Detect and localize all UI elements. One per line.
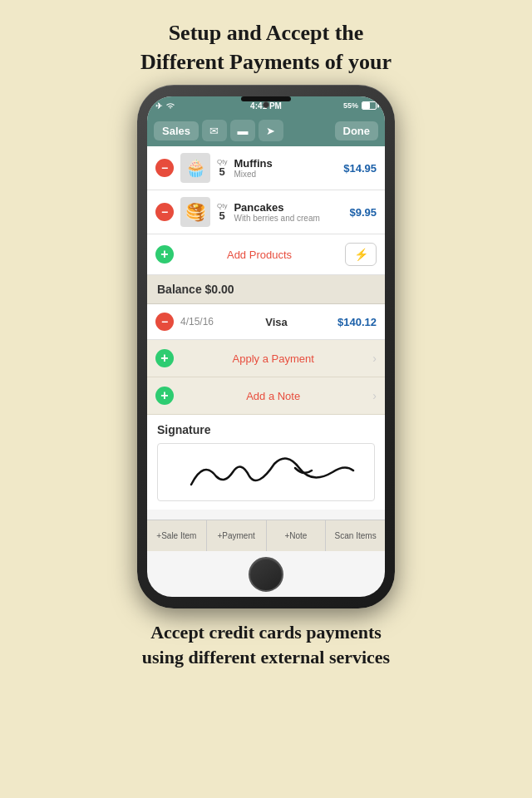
bottom-line1: Accept credit cards payments xyxy=(150,622,382,643)
muffins-qty: 5 xyxy=(219,165,225,178)
pancakes-name: Pancakes xyxy=(234,201,342,214)
add-note-row[interactable]: + Add a Note › xyxy=(147,377,385,415)
note-toolbar-button[interactable]: +Note xyxy=(267,520,327,551)
lightning-button[interactable]: ⚡ xyxy=(345,243,377,266)
top-line2: Different Payments of your xyxy=(140,50,392,74)
sales-button[interactable]: Sales xyxy=(154,121,199,140)
add-payment-button[interactable]: + xyxy=(155,349,174,367)
pancakes-qty-block: Qty 5 xyxy=(217,202,227,222)
card-nav-button[interactable]: ▬ xyxy=(230,120,255,141)
arrow-nav-button[interactable]: ➤ xyxy=(259,120,283,141)
payment-row: − 4/15/16 Visa $140.12 xyxy=(147,304,385,340)
product-row-muffins: − 🧁 Qty 5 Muffins Mixed $14.95 xyxy=(147,146,385,190)
remove-payment-button[interactable]: − xyxy=(155,313,174,331)
payment-date: 4/15/16 xyxy=(180,316,215,328)
signature-label: Signature xyxy=(157,423,375,436)
payment-toolbar-button[interactable]: +Payment xyxy=(207,520,267,551)
scan-items-toolbar-button[interactable]: Scan Items xyxy=(326,520,385,551)
home-button-area xyxy=(147,551,385,597)
bottom-line2: using different external services xyxy=(142,647,390,667)
done-button[interactable]: Done xyxy=(335,121,379,140)
add-note-label: Add a Note xyxy=(180,390,366,402)
sale-item-toolbar-button[interactable]: +Sale Item xyxy=(147,520,207,551)
status-left: ✈ xyxy=(155,101,175,111)
lightning-icon: ⚡ xyxy=(354,248,368,261)
add-note-button[interactable]: + xyxy=(155,387,174,405)
home-button[interactable] xyxy=(249,557,283,592)
signature-area[interactable] xyxy=(157,443,375,501)
pancakes-qty: 5 xyxy=(219,209,225,222)
pancakes-price: $9.95 xyxy=(349,206,377,219)
scroll-content: − 🧁 Qty 5 Muffins Mixed $14.95 − 🥞 xyxy=(147,146,385,520)
signature-section: Signature xyxy=(147,415,385,510)
camera-dot xyxy=(263,101,269,108)
battery-fill xyxy=(362,102,370,109)
status-right: 55% xyxy=(343,101,377,110)
airplane-icon: ✈ xyxy=(155,101,162,111)
nav-bar: Sales ✉ ▬ ➤ Done xyxy=(147,115,385,146)
add-products-label: Add Products xyxy=(180,249,338,261)
balance-label: Balance $0.00 xyxy=(157,283,234,296)
top-line1: Setup and Accept the xyxy=(169,21,364,45)
signature-svg xyxy=(166,447,366,497)
muffins-desc: Mixed xyxy=(234,170,337,179)
apply-payment-label: Apply a Payment xyxy=(180,352,366,365)
chevron-right-icon: › xyxy=(372,352,377,365)
wifi-icon xyxy=(165,101,175,110)
muffins-qty-block: Qty 5 xyxy=(217,158,227,178)
email-icon: ✉ xyxy=(209,125,219,137)
battery-pct: 55% xyxy=(343,101,358,110)
muffins-emoji: 🧁 xyxy=(185,158,206,178)
pancakes-image: 🥞 xyxy=(180,197,210,227)
phone-device: ✈ 4:41 PM 55% Sales ✉ ▬ xyxy=(137,85,395,608)
muffins-info: Muffins Mixed xyxy=(234,157,337,179)
top-heading: Setup and Accept the Different Payments … xyxy=(140,18,392,76)
phone-screen: ✈ 4:41 PM 55% Sales ✉ ▬ xyxy=(147,96,385,597)
remove-pancakes-button[interactable]: − xyxy=(155,203,174,221)
send-icon: ➤ xyxy=(266,125,275,137)
add-products-row[interactable]: + Add Products ⚡ xyxy=(147,234,385,275)
pancakes-emoji: 🥞 xyxy=(185,202,206,222)
pancakes-info: Pancakes With berries and cream xyxy=(234,201,342,223)
card-icon: ▬ xyxy=(237,125,248,137)
bottom-heading: Accept credit cards payments using diffe… xyxy=(142,620,390,669)
bottom-toolbar: +Sale Item +Payment +Note Scan Items xyxy=(147,520,385,551)
muffins-image: 🧁 xyxy=(180,153,210,183)
payment-amount: $140.12 xyxy=(337,316,377,328)
apply-payment-row[interactable]: + Apply a Payment › xyxy=(147,340,385,377)
chevron-right-note-icon: › xyxy=(372,389,377,402)
payment-method: Visa xyxy=(222,316,331,328)
muffins-name: Muffins xyxy=(234,157,337,170)
pancakes-desc: With berries and cream xyxy=(234,214,342,223)
remove-muffins-button[interactable]: − xyxy=(155,159,174,177)
balance-section: Balance $0.00 xyxy=(147,275,385,304)
battery-icon xyxy=(362,101,377,110)
add-product-button[interactable]: + xyxy=(155,245,174,264)
email-nav-button[interactable]: ✉ xyxy=(202,120,227,141)
muffins-price: $14.95 xyxy=(343,162,377,175)
product-row-pancakes: − 🥞 Qty 5 Pancakes With berries and crea… xyxy=(147,190,385,234)
